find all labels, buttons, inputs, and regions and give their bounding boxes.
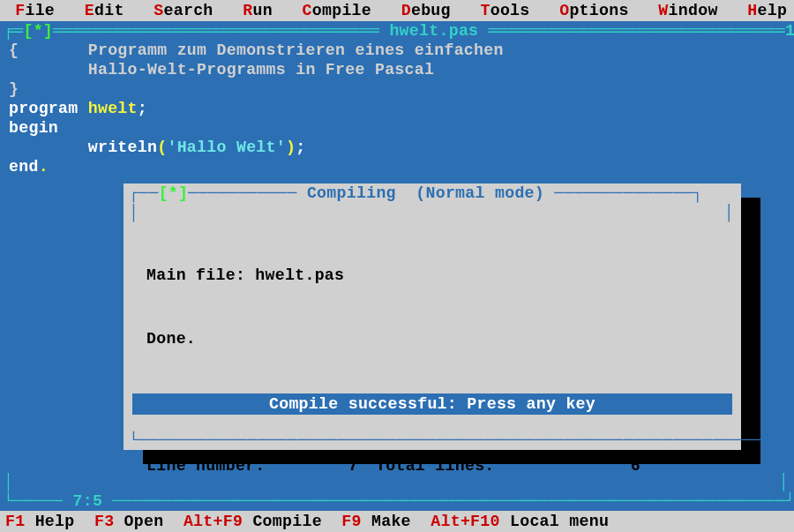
menu-bar: File Edit Search Run Compile Debug Tools… — [0, 0, 794, 21]
shortcut-bar: F1 Help F3 Open Alt+F9 Compile F9 Make A… — [0, 511, 794, 532]
menu-search[interactable]: Search — [144, 2, 233, 19]
window-top-border: ╒═[*]═════════════════════════════════ h… — [4, 21, 790, 41]
code-line: { Programm zum Demonstrieren eines einfa… — [9, 41, 776, 60]
menu-compile[interactable]: Compile — [292, 2, 391, 19]
menu-file[interactable]: File — [5, 2, 75, 19]
compile-dialog[interactable]: ┌──[*]─────────── Compiling (Normal mode… — [124, 184, 741, 450]
main-file-value: hwelt.pas — [255, 266, 344, 284]
code-line: Hallo-Welt-Programms in Free Pascal — [9, 60, 776, 79]
menu-options[interactable]: Options — [550, 2, 648, 19]
shortcut-make[interactable]: F9 Make — [341, 513, 431, 530]
stat-row: Line number:7 Total lines:6 — [146, 455, 718, 476]
dialog-top-border: ┌──[*]─────────── Compiling (Normal mode… — [129, 184, 736, 203]
code-area[interactable]: { Programm zum Demonstrieren eines einfa… — [9, 41, 776, 176]
compile-status[interactable]: Compile successful: Press any key — [132, 393, 732, 415]
menu-debug[interactable]: Debug — [392, 2, 471, 19]
code-line: begin — [9, 118, 776, 138]
shortcut-open[interactable]: F3 Open — [94, 513, 184, 530]
dialog-body: Main file: hwelt.pas Done. Target: Linux… — [146, 222, 718, 532]
menu-edit[interactable]: Edit — [75, 2, 145, 19]
code-line: program hwelt; — [9, 99, 776, 118]
shortcut-compile[interactable]: Alt+F9 Compile — [184, 513, 341, 530]
shortcut-help[interactable]: F1 Help — [5, 513, 94, 530]
shortcut-local-menu[interactable]: Alt+F10 Local menu — [431, 513, 609, 530]
code-line: end. — [9, 157, 776, 176]
menu-help[interactable]: Help — [738, 2, 787, 19]
code-line: writeln('Hallo Welt'); — [9, 138, 776, 157]
done-line: Done. — [146, 328, 718, 349]
code-line: } — [9, 79, 776, 99]
dialog-bottom-border: └───────────────────────────────────────… — [129, 431, 736, 450]
menu-tools[interactable]: Tools — [470, 2, 550, 19]
menu-window[interactable]: Window — [648, 2, 738, 19]
menu-run[interactable]: Run — [233, 2, 292, 19]
